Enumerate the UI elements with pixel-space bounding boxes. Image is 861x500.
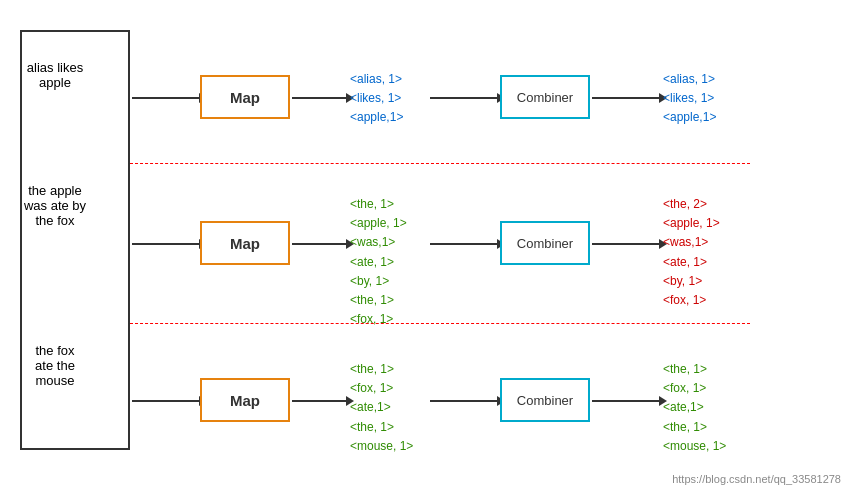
- arrow-2-input-map: [132, 243, 200, 245]
- combiner-output-2: <the, 2> <apple, 1> <was,1> <ate, 1> <by…: [663, 195, 720, 310]
- map-box-2: Map: [200, 221, 290, 265]
- map-output-3: <the, 1> <fox, 1> <ate,1> <the, 1> <mous…: [350, 360, 413, 456]
- combiner-output-1: <alias, 1> <likes, 1> <apple,1>: [663, 70, 716, 128]
- map-output-1: <alias, 1> <likes, 1> <apple,1>: [350, 70, 403, 128]
- input-text-1: alias likes apple: [0, 30, 110, 120]
- combiner-output-3: <the, 1> <fox, 1> <ate,1> <the, 1> <mous…: [663, 360, 726, 456]
- arrow-2-combiner-output: [592, 243, 660, 245]
- arrow-3-output-combiner: [430, 400, 498, 402]
- arrow-3-map-output: [292, 400, 347, 402]
- diagram: alias likes apple the apple was ate by t…: [0, 0, 861, 500]
- combiner-box-1: Combiner: [500, 75, 590, 119]
- watermark: https://blog.csdn.net/qq_33581278: [672, 473, 841, 485]
- arrow-3-combiner-output: [592, 400, 660, 402]
- combiner-box-2: Combiner: [500, 221, 590, 265]
- arrow-1-combiner-output: [592, 97, 660, 99]
- arrow-1-map-output: [292, 97, 347, 99]
- divider-1: [130, 163, 750, 164]
- input-text-3: the fox ate the mouse: [0, 320, 110, 410]
- divider-2: [130, 323, 750, 324]
- map-box-1: Map: [200, 75, 290, 119]
- combiner-box-3: Combiner: [500, 378, 590, 422]
- arrow-3-input-map: [132, 400, 200, 402]
- map-box-3: Map: [200, 378, 290, 422]
- arrow-1-input-map: [132, 97, 200, 99]
- arrow-2-map-output: [292, 243, 347, 245]
- map-output-2: <the, 1> <apple, 1> <was,1> <ate, 1> <by…: [350, 195, 407, 329]
- arrow-1-output-combiner: [430, 97, 498, 99]
- arrow-2-output-combiner: [430, 243, 498, 245]
- input-text-2: the apple was ate by the fox: [0, 150, 110, 260]
